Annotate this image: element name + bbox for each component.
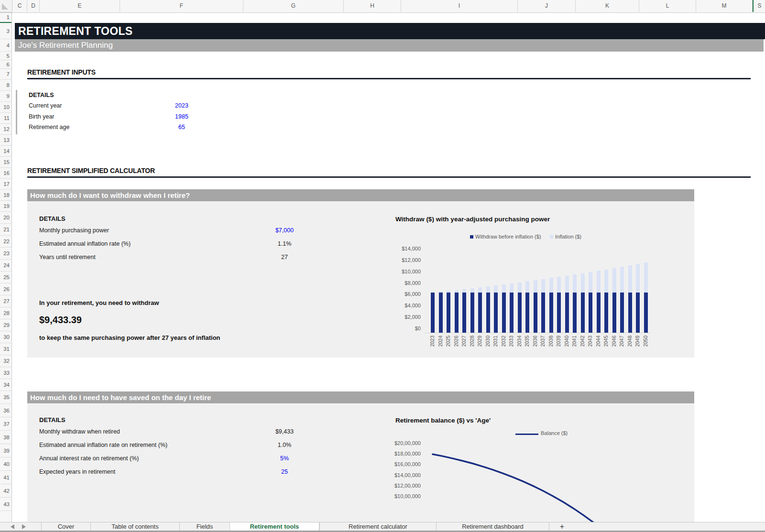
row-header-37[interactable]: 37: [0, 417, 11, 431]
detail-value-0[interactable]: $7,000: [258, 227, 311, 234]
bar-inflation-2026: [455, 290, 459, 293]
row-header-5[interactable]: 5: [0, 52, 11, 60]
row-header-28[interactable]: 28: [0, 307, 11, 319]
sheet-tab-fields[interactable]: Fields: [179, 522, 230, 531]
bar-withdraw-2030: [486, 293, 490, 333]
y-tick-$6,000: $6,000: [386, 291, 421, 297]
row-header-31[interactable]: 31: [0, 343, 11, 355]
row-header-41[interactable]: 41: [0, 471, 11, 484]
withdraw-details-label: DETAILS: [39, 215, 66, 222]
column-header-D[interactable]: D: [27, 0, 40, 12]
detail-value-3[interactable]: 25: [258, 468, 311, 475]
x-tick-2048: 2048: [627, 336, 633, 347]
select-all-corner[interactable]: [0, 0, 12, 12]
row-header-7[interactable]: 7: [0, 69, 11, 80]
bar-inflation-2048: [628, 265, 632, 293]
row-header-20[interactable]: 20: [0, 212, 11, 224]
row-header-25[interactable]: 25: [0, 271, 11, 283]
detail-value-0[interactable]: 2023: [155, 102, 208, 109]
row-header-35[interactable]: 35: [0, 391, 11, 404]
tab-scroll-right-icon[interactable]: [22, 524, 26, 529]
row-header-26[interactable]: 26: [0, 283, 11, 295]
x-tick-2028: 2028: [469, 336, 475, 347]
bar-inflation-2040: [565, 276, 569, 293]
row-header-34[interactable]: 34: [0, 379, 11, 391]
simplified-calculator-heading: RETIREMENT SIMPLIFIED CALCULATOR: [27, 167, 155, 174]
legend-label-balance: Balance ($): [541, 430, 568, 436]
x-tick-2026: 2026: [453, 336, 459, 347]
bar-withdraw-2037: [541, 293, 545, 333]
column-header-H[interactable]: H: [344, 0, 401, 12]
column-header-S[interactable]: S: [753, 0, 765, 12]
bar-withdraw-2026: [455, 293, 459, 333]
row-header-13[interactable]: 13: [0, 135, 11, 146]
row-header-11[interactable]: 11: [0, 113, 11, 124]
row-header-10[interactable]: 10: [0, 102, 11, 113]
row-header-22[interactable]: 22: [0, 236, 11, 248]
column-header-K[interactable]: K: [576, 0, 639, 12]
row-header-24[interactable]: 24: [0, 260, 11, 271]
retirement-inputs-rule: [27, 78, 751, 79]
detail-value-1[interactable]: 1.1%: [258, 240, 311, 247]
detail-value-1[interactable]: 1.0%: [258, 442, 311, 448]
row-header-32[interactable]: 32: [0, 355, 11, 367]
row-header-19[interactable]: 19: [0, 201, 11, 212]
row-header-9[interactable]: 9: [0, 91, 11, 102]
column-header-J[interactable]: J: [518, 0, 576, 12]
bar-withdraw-2043: [589, 293, 592, 333]
sheet-tab-cover[interactable]: Cover: [41, 522, 90, 531]
row-header-43[interactable]: 43: [0, 498, 11, 511]
column-header-M[interactable]: M: [696, 0, 753, 12]
row-header-14[interactable]: 14: [0, 146, 11, 157]
detail-value-2[interactable]: 5%: [258, 455, 311, 462]
bar-withdraw-2045: [604, 293, 608, 333]
row-header-3[interactable]: 3: [0, 23, 11, 39]
sheet-tab-retirement-calculator[interactable]: Retirement calculator: [319, 522, 436, 531]
sheet-tab-table-of-contents[interactable]: Table of contents: [90, 522, 179, 531]
column-header-I[interactable]: I: [401, 0, 518, 12]
column-header-C[interactable]: C: [12, 0, 27, 12]
detail-value-1[interactable]: 1985: [155, 113, 208, 120]
row-header-30[interactable]: 30: [0, 331, 11, 343]
row-header-21[interactable]: 21: [0, 224, 11, 236]
row-header-15[interactable]: 15: [0, 157, 11, 168]
column-header-E[interactable]: E: [40, 0, 120, 12]
row-header-8[interactable]: 8: [0, 80, 11, 91]
row-header-27[interactable]: 27: [0, 295, 11, 307]
column-header-G[interactable]: G: [243, 0, 344, 12]
row-header-17[interactable]: 17: [0, 179, 11, 190]
detail-label-1: Birth year: [29, 113, 55, 120]
row-header-33[interactable]: 33: [0, 367, 11, 379]
row-header-12[interactable]: 12: [0, 124, 11, 135]
sheet-tab-retirement-dashboard[interactable]: Retirement dashboard: [436, 522, 549, 531]
x-tick-2038: 2038: [548, 336, 554, 347]
row-header-29[interactable]: 29: [0, 319, 11, 331]
x-tick-2046: 2046: [611, 336, 617, 347]
row-header-36[interactable]: 36: [0, 404, 11, 417]
row-header-6[interactable]: 6: [0, 60, 11, 69]
column-header-F[interactable]: F: [120, 0, 243, 12]
x-tick-2044: 2044: [595, 336, 601, 347]
row-header-38[interactable]: 38: [0, 431, 11, 444]
row-header-16[interactable]: 16: [0, 168, 11, 179]
y-tick-$18,00,000: $18,00,000: [378, 451, 421, 456]
row-header-40[interactable]: 40: [0, 457, 11, 471]
column-header-strip: CDEFGHIJKLMS: [0, 0, 765, 13]
detail-value-2[interactable]: 65: [155, 124, 208, 130]
add-sheet-button[interactable]: +: [549, 522, 575, 531]
bar-withdraw-2027: [462, 293, 466, 333]
tab-scroll-left-icon[interactable]: [11, 524, 14, 529]
row-header-18[interactable]: 18: [0, 190, 11, 201]
row-header-23[interactable]: 23: [0, 248, 11, 260]
row-header-42[interactable]: 42: [0, 484, 11, 498]
x-tick-2025: 2025: [445, 336, 451, 347]
saved-section-banner: How much do I need to have saved on the …: [27, 391, 694, 403]
balance-chart-title: Retirement balance ($) vs 'Age': [395, 417, 491, 424]
y-tick-$14,00,000: $14,00,000: [378, 472, 421, 478]
row-header-4[interactable]: 4: [0, 39, 11, 52]
detail-value-0[interactable]: $9,433: [258, 428, 311, 435]
column-header-L[interactable]: L: [639, 0, 696, 12]
detail-value-2[interactable]: 27: [258, 254, 311, 261]
row-header-39[interactable]: 39: [0, 444, 11, 457]
row-header-1[interactable]: 1: [0, 12, 11, 23]
